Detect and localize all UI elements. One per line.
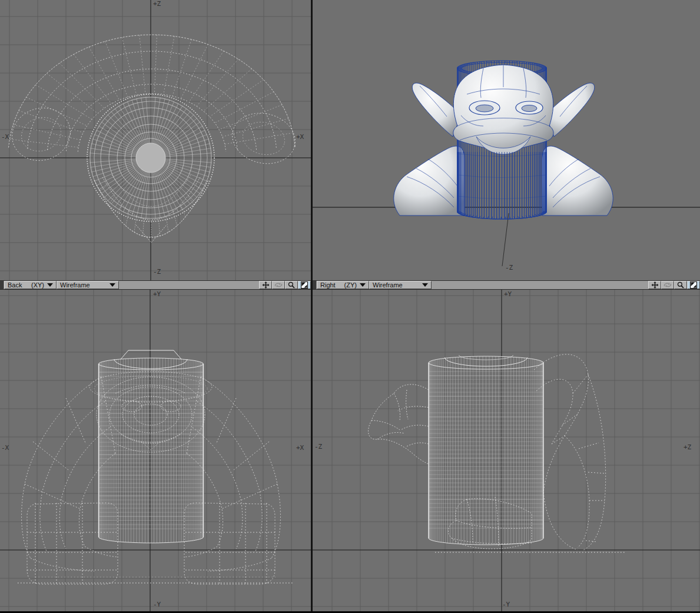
viewport-perspective[interactable]: -Z	[313, 0, 700, 280]
titlebar-back-viewport: Back (XY) Wireframe	[0, 281, 311, 289]
view-axes-label: (ZY)	[344, 281, 357, 289]
viewport-splitter[interactable]	[311, 0, 313, 611]
modeler-quad-view: +Z -Z -X +X -Z Back (XY) Wireframe	[0, 0, 700, 613]
viewport-right-zy[interactable]: +Y -Y -Z +Z	[313, 290, 700, 611]
view-type-label: Back	[8, 281, 22, 289]
viewport-top-xz[interactable]: +Z -Z -X +X	[0, 0, 311, 280]
view-type-dropdown[interactable]: Right (ZY)	[317, 281, 369, 289]
chevron-down-icon	[422, 283, 428, 287]
titlebar-corner-handle[interactable]	[313, 281, 317, 289]
viewport-back-xy[interactable]: +Y -Y -X +X	[0, 290, 311, 611]
chevron-down-icon	[47, 283, 53, 287]
rotate-icon[interactable]	[272, 281, 285, 289]
render-mode-label: Wireframe	[373, 281, 403, 289]
render-mode-label: Wireframe	[60, 281, 90, 289]
view-type-dropdown[interactable]: Back (XY)	[4, 281, 57, 289]
chevron-down-icon	[360, 283, 366, 287]
view-axes-label: (XY)	[31, 281, 44, 289]
render-mode-dropdown[interactable]: Wireframe	[369, 281, 432, 289]
viewport-canvas-perspective[interactable]	[313, 0, 700, 280]
viewport-canvas-back[interactable]	[0, 290, 311, 611]
viewport-canvas-right[interactable]	[313, 290, 700, 611]
viewport-canvas-top[interactable]	[0, 0, 311, 280]
viewport-titlebar-row: Back (XY) Wireframe	[0, 280, 700, 290]
titlebar-corner-handle[interactable]	[0, 281, 4, 289]
maximize-icon[interactable]	[298, 281, 311, 289]
zoom-icon[interactable]	[674, 281, 687, 289]
pan-icon[interactable]	[648, 281, 661, 289]
view-type-label: Right	[320, 281, 336, 289]
maximize-icon[interactable]	[687, 281, 700, 289]
pan-icon[interactable]	[259, 281, 272, 289]
rotate-icon[interactable]	[661, 281, 674, 289]
chevron-down-icon	[110, 283, 115, 287]
zoom-icon[interactable]	[285, 281, 298, 289]
render-mode-dropdown[interactable]: Wireframe	[57, 281, 119, 289]
titlebar-right-viewport: Right (ZY) Wireframe	[313, 281, 700, 289]
